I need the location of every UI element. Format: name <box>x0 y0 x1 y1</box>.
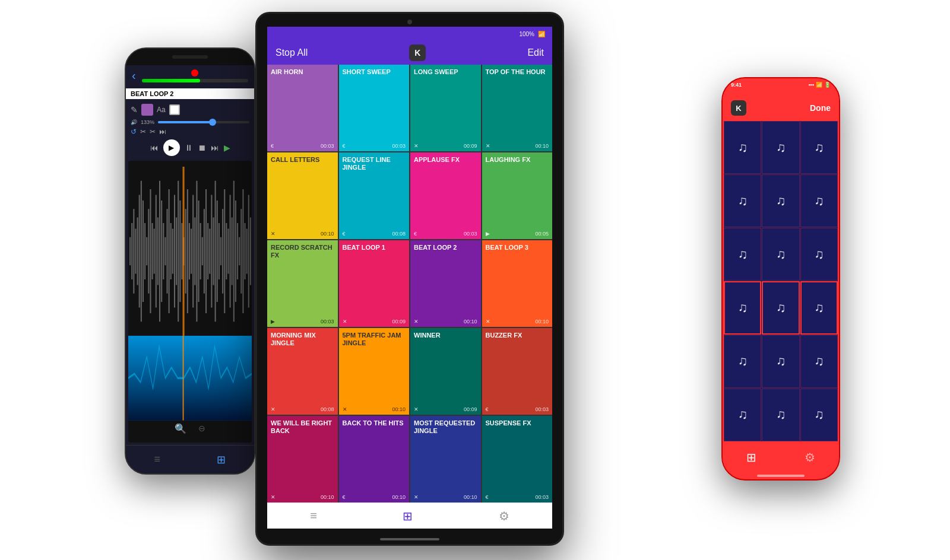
brush-icon[interactable]: ✎ <box>131 105 138 114</box>
right-pad-4-2[interactable]: ♫ <box>762 281 799 334</box>
pad-back-hits[interactable]: BACK TO THE HITS € 00:10 <box>339 416 410 502</box>
music-note-2: ♫ <box>776 140 786 155</box>
record-icon[interactable]: ▶ <box>224 143 230 152</box>
back-arrow-icon[interactable]: ‹ <box>132 69 136 82</box>
left-phone-grid-icon[interactable]: ⊞ <box>217 453 226 466</box>
svg-rect-22 <box>170 223 172 279</box>
loop-icon[interactable]: ↺ <box>131 128 137 136</box>
left-phone-notch <box>126 49 254 65</box>
progress-track <box>142 79 248 82</box>
pad-top-hour[interactable]: TOP OF THE HOUR ✕ 00:10 <box>482 65 553 151</box>
right-pad-1-3[interactable]: ♫ <box>800 121 838 174</box>
svg-rect-1 <box>131 223 132 279</box>
right-pad-4-3[interactable]: ♫ <box>800 281 838 334</box>
skip-icon[interactable]: ⏭ <box>159 128 166 136</box>
pad-record-scratch[interactable]: RECORD SCRATCH FX ▶ 00:03 <box>267 240 338 327</box>
pad-beat-loop1-footer: ✕ 00:09 <box>343 319 406 324</box>
svg-rect-24 <box>174 195 175 308</box>
right-pad-5-2[interactable]: ♫ <box>762 335 799 388</box>
color-box[interactable] <box>141 104 153 116</box>
pad-record-scratch-footer: ▶ 00:03 <box>271 319 334 324</box>
pad-applause[interactable]: APPLAUSE FX € 00:03 <box>410 152 481 239</box>
pad-laughing[interactable]: LAUGHING FX ▶ 00:05 <box>482 152 553 239</box>
pad-beat-loop2-label: BEAT LOOP 2 <box>414 244 477 252</box>
pad-most-requested[interactable]: MOST REQUESTED JINGLE ✕ 00:10 <box>410 416 481 502</box>
loop-controls-row: ↺ ✂ ✂ ⏭ <box>126 126 254 137</box>
right-phone-grid-icon[interactable]: ⊞ <box>746 450 756 464</box>
right-pad-6-2[interactable]: ♫ <box>762 389 799 441</box>
tablet-settings-icon[interactable]: ⚙ <box>499 509 509 523</box>
right-pad-2-3[interactable]: ♫ <box>800 174 838 227</box>
pad-top-hour-icon: ✕ <box>486 143 490 149</box>
pad-morning-mix[interactable]: MORNING MIX JINGLE ✕ 00:08 <box>267 328 338 415</box>
right-pad-3-3[interactable]: ♫ <box>800 228 838 281</box>
waveform-area: 🔍 ⊖ <box>128 161 252 443</box>
svg-rect-8 <box>144 223 145 279</box>
pad-long-sweep[interactable]: LONG SWEEP ✕ 00:09 <box>410 65 481 151</box>
right-pad-1-2[interactable]: ♫ <box>762 121 799 174</box>
right-phone-done[interactable]: Done <box>810 103 831 113</box>
pad-beat-loop1[interactable]: BEAT LOOP 1 ✕ 00:09 <box>339 240 410 327</box>
stop-icon[interactable]: ⏹ <box>198 143 206 152</box>
pad-request-line-time: 00:08 <box>392 231 406 237</box>
pause-icon[interactable]: ⏸ <box>185 143 193 152</box>
pad-most-requested-icon: ✕ <box>414 494 419 500</box>
pad-winner[interactable]: WINNER ✕ 00:09 <box>410 328 481 415</box>
scissors-icon[interactable]: ✂ <box>150 128 156 136</box>
svg-rect-14 <box>156 195 157 308</box>
pad-buzzer[interactable]: BUZZER FX € 00:03 <box>482 328 553 415</box>
pad-short-sweep[interactable]: SHORT SWEEP € 00:03 <box>339 65 410 151</box>
tablet-list-icon[interactable]: ≡ <box>310 509 317 523</box>
white-box[interactable] <box>169 104 180 115</box>
pad-call-letters[interactable]: CALL LETTERS ✕ 00:10 <box>267 152 338 239</box>
pad-beat-loop2[interactable]: BEAT LOOP 2 ✕ 00:10 <box>410 240 481 327</box>
zoom-in-icon[interactable]: 🔍 <box>175 423 186 434</box>
pad-right-back-footer: ✕ 00:10 <box>271 494 334 500</box>
svg-rect-57 <box>233 181 235 322</box>
volume-track[interactable] <box>158 121 249 123</box>
pad-record-scratch-label: RECORD SCRATCH FX <box>271 244 334 259</box>
svg-rect-50 <box>220 237 221 266</box>
right-pad-6-3[interactable]: ♫ <box>800 389 838 441</box>
right-pad-2-1[interactable]: ♫ <box>724 174 761 227</box>
zoom-out-icon[interactable]: ⊖ <box>198 424 205 433</box>
right-pad-3-2[interactable]: ♫ <box>762 228 799 281</box>
svg-rect-21 <box>169 189 170 313</box>
right-pad-5-1[interactable]: ♫ <box>724 335 761 388</box>
pad-5pm-traffic[interactable]: 5PM TRAFFIC JAM JINGLE ✕ 00:10 <box>339 328 410 415</box>
right-phone-home-indicator <box>757 475 805 477</box>
right-pad-1-1[interactable]: ♫ <box>724 121 761 174</box>
right-phone-settings-icon[interactable]: ⚙ <box>805 450 815 464</box>
tablet-grid-icon[interactable]: ⊞ <box>403 509 413 523</box>
font-icon[interactable]: Aa <box>157 106 166 114</box>
right-pad-4-1[interactable]: ♫ <box>724 281 761 334</box>
right-pad-2-2[interactable]: ♫ <box>762 174 799 227</box>
cut-icon[interactable]: ✂ <box>140 128 146 136</box>
pad-long-sweep-footer: ✕ 00:09 <box>414 143 477 149</box>
pad-laughing-time: 00:05 <box>535 231 549 237</box>
skip-fwd-icon[interactable]: ⏭ <box>211 143 219 152</box>
svg-rect-26 <box>178 181 179 322</box>
play-button[interactable]: ▶ <box>163 139 180 156</box>
track-name: BEAT LOOP 2 <box>126 88 254 99</box>
right-pad-5-3[interactable]: ♫ <box>800 335 838 388</box>
pad-short-sweep-icon: € <box>343 143 346 149</box>
volume-icon: 🔊 <box>131 119 137 125</box>
pad-suspense[interactable]: SUSPENSE FX € 00:03 <box>482 416 553 502</box>
pad-right-back[interactable]: WE WILL BE RIGHT BACK ✕ 00:10 <box>267 416 338 502</box>
svg-rect-20 <box>166 209 167 294</box>
pad-beat-loop3[interactable]: BEAT LOOP 3 ✕ 00:10 <box>482 240 553 327</box>
tablet-edit[interactable]: Edit <box>527 47 544 58</box>
left-phone-list-icon[interactable]: ≡ <box>154 453 161 466</box>
tablet-screen: 100% 📶 Stop All K Edit AIR HORN € 00:03 <box>267 27 552 529</box>
tablet-stop-all[interactable]: Stop All <box>276 47 308 58</box>
right-pad-6-1[interactable]: ♫ <box>724 389 761 441</box>
right-pad-3-1[interactable]: ♫ <box>724 228 761 281</box>
skip-back-icon[interactable]: ⏮ <box>150 143 159 152</box>
pad-request-line[interactable]: REQUEST LINE JINGLE € 00:08 <box>339 152 410 239</box>
pad-request-line-label: REQUEST LINE JINGLE <box>343 156 406 171</box>
pad-air-horn[interactable]: AIR HORN € 00:03 <box>267 65 338 151</box>
pad-applause-time: 00:03 <box>464 231 477 237</box>
music-note-13: ♫ <box>737 354 748 369</box>
pad-morning-mix-icon: ✕ <box>271 406 276 412</box>
